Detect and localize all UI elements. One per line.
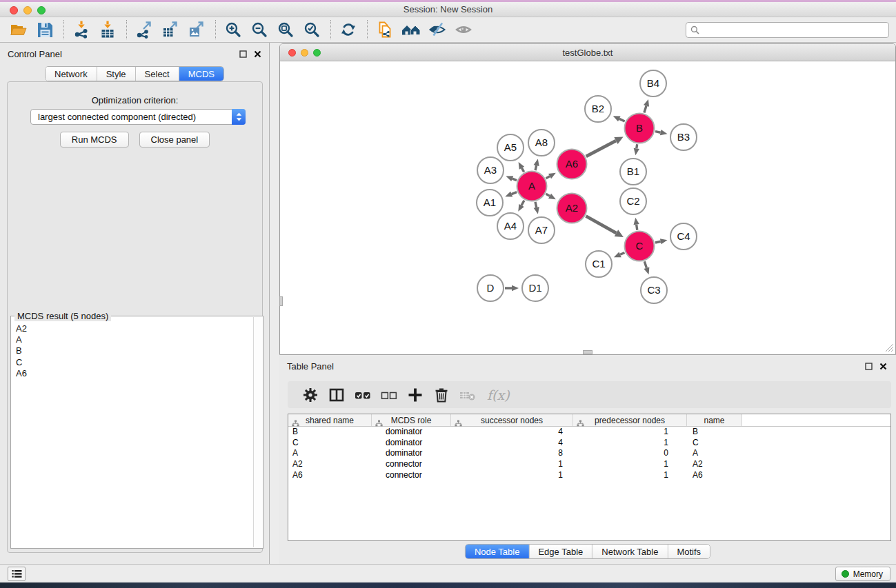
tab-node-table[interactable]: Node Table <box>466 545 530 558</box>
network-canvas[interactable]: B4B2BB3A8A5A6A3B1AC2A1A2A4A7C4CC1DD1C3 <box>280 62 895 354</box>
show-hidden-button[interactable] <box>453 19 474 40</box>
graph-node-A8[interactable]: A8 <box>528 130 555 156</box>
cell-MCDS-role[interactable]: dominator <box>372 448 451 459</box>
memory-button[interactable]: Memory <box>835 567 890 581</box>
edge-C-C2[interactable] <box>634 218 639 230</box>
column-header-shared-name[interactable]: shared name <box>288 414 372 426</box>
edge-A-A8[interactable] <box>534 159 539 170</box>
refresh-button[interactable] <box>338 19 359 40</box>
edge-C-C1[interactable] <box>614 252 625 257</box>
result-item[interactable]: A <box>12 334 253 345</box>
tab-style[interactable]: Style <box>97 67 136 81</box>
float-table-panel-icon[interactable] <box>864 362 873 371</box>
cell-name[interactable]: A6 <box>687 470 742 481</box>
graph-node-B4[interactable]: B4 <box>640 70 666 97</box>
graph-node-A7[interactable]: A7 <box>528 217 555 243</box>
tab-mcds[interactable]: MCDS <box>179 67 223 81</box>
hide-selected-button[interactable] <box>427 19 448 40</box>
cell-MCDS-role[interactable]: connector <box>372 459 451 470</box>
cell-shared-name[interactable]: A6 <box>288 470 372 481</box>
cell-shared-name[interactable]: A <box>288 448 372 459</box>
edge-A-A1[interactable] <box>505 192 517 197</box>
graph-node-A1[interactable]: A1 <box>477 190 503 216</box>
add-column-button[interactable] <box>404 385 426 405</box>
tab-edge-table[interactable]: Edge Table <box>529 545 593 558</box>
zoom-in-button[interactable] <box>223 19 243 40</box>
result-item[interactable]: A2 <box>12 323 253 334</box>
task-history-button[interactable] <box>8 567 26 581</box>
edge-C-C3[interactable] <box>644 261 649 274</box>
cell-name[interactable]: B <box>687 427 742 438</box>
graph-node-B1[interactable]: B1 <box>620 159 646 185</box>
edge-A-A6[interactable] <box>546 173 556 179</box>
tab-motifs[interactable]: Motifs <box>668 545 710 558</box>
graph-node-A[interactable]: A <box>517 172 547 201</box>
graph-node-D1[interactable]: D1 <box>522 275 548 301</box>
graph-node-C[interactable]: C <box>625 232 655 261</box>
close-panel-button[interactable]: Close panel <box>139 132 210 148</box>
splitter-handle-left[interactable] <box>279 296 283 306</box>
export-network-button[interactable] <box>134 19 155 40</box>
search-field[interactable] <box>686 22 889 38</box>
tab-network-table[interactable]: Network Table <box>593 545 668 558</box>
tab-network[interactable]: Network <box>46 67 97 81</box>
cell-predecessor-nodes[interactable]: 0 <box>573 448 687 459</box>
clone-network-button[interactable] <box>375 19 395 40</box>
search-input[interactable] <box>702 23 888 37</box>
graph-node-A4[interactable]: A4 <box>497 213 524 239</box>
export-table-button[interactable] <box>160 19 181 40</box>
graph-node-A2[interactable]: A2 <box>557 194 587 223</box>
cell-predecessor-nodes[interactable]: 1 <box>573 459 687 470</box>
edge-A-A2[interactable] <box>546 194 556 200</box>
edge-A6-B[interactable] <box>586 136 624 156</box>
first-neighbors-button[interactable] <box>401 19 421 40</box>
cell-predecessor-nodes[interactable]: 1 <box>573 438 687 449</box>
graph-node-A5[interactable]: A5 <box>497 134 524 161</box>
graph-node-C3[interactable]: C3 <box>641 277 667 303</box>
edge-C-C4[interactable] <box>655 239 668 244</box>
cell-name[interactable]: A2 <box>687 459 742 470</box>
apply-function-button[interactable]: f(x) <box>487 387 510 403</box>
open-session-button[interactable] <box>8 19 29 40</box>
run-mcds-button[interactable]: Run MCDS <box>60 132 129 148</box>
edge-A2-C[interactable] <box>586 216 623 238</box>
edge-B-B2[interactable] <box>613 116 625 121</box>
cell-shared-name[interactable]: B <box>288 427 372 438</box>
table-row[interactable]: Adominator80A <box>288 448 890 459</box>
column-header-predecessor-nodes[interactable]: predecessor nodes <box>573 414 687 426</box>
cell-name[interactable]: C <box>687 438 742 449</box>
cell-shared-name[interactable]: C <box>288 438 372 449</box>
network-window-titlebar[interactable]: testGlobe.txt <box>280 44 895 61</box>
close-table-panel-icon[interactable] <box>879 362 888 371</box>
table-row[interactable]: A2connector11A2 <box>288 459 890 470</box>
graph-node-D[interactable]: D <box>477 275 504 301</box>
edge-D-D1[interactable] <box>505 285 519 291</box>
edge-A-A4[interactable] <box>518 201 524 212</box>
result-item[interactable]: C <box>12 357 253 368</box>
zoom-selected-button[interactable] <box>301 19 322 40</box>
cell-successor-nodes[interactable]: 1 <box>451 459 573 470</box>
close-panel-icon[interactable] <box>253 50 262 59</box>
graph-node-A3[interactable]: A3 <box>477 157 504 183</box>
edge-B-B3[interactable] <box>655 130 667 135</box>
show-columns-button[interactable] <box>326 385 348 405</box>
graph-node-C4[interactable]: C4 <box>670 223 697 250</box>
resize-grip-icon[interactable] <box>884 342 894 352</box>
zoom-fit-button[interactable] <box>275 19 296 40</box>
graph-node-B[interactable]: B <box>625 114 655 143</box>
cell-successor-nodes[interactable]: 4 <box>451 438 573 449</box>
graph-node-C2[interactable]: C2 <box>620 188 646 214</box>
float-panel-icon[interactable] <box>239 50 248 59</box>
cell-MCDS-role[interactable]: dominator <box>372 427 451 438</box>
edge-A-A7[interactable] <box>534 202 539 214</box>
graph-node-A6[interactable]: A6 <box>557 150 587 179</box>
cell-successor-nodes[interactable]: 8 <box>451 448 573 459</box>
delete-column-button[interactable] <box>430 385 452 405</box>
save-session-button[interactable] <box>34 19 55 40</box>
cell-MCDS-role[interactable]: connector <box>372 470 451 481</box>
column-header-successor-nodes[interactable]: successor nodes <box>451 414 573 426</box>
result-item[interactable]: B <box>12 345 253 356</box>
edge-A-A3[interactable] <box>506 176 517 181</box>
edge-B-B4[interactable] <box>644 99 649 113</box>
criterion-dropdown[interactable]: largest connected component (directed) <box>30 109 246 125</box>
